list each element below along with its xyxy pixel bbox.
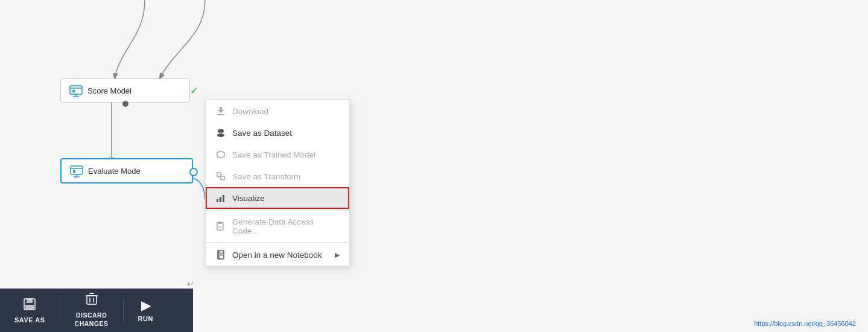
svg-rect-2 bbox=[70, 86, 82, 94]
generate-code-icon bbox=[215, 221, 226, 232]
run-icon: ▶ bbox=[141, 298, 151, 313]
context-menu-save-trained-model[interactable]: Save as Trained Model bbox=[206, 144, 349, 165]
context-menu-save-transform[interactable]: Save as Transform bbox=[206, 165, 349, 187]
download-icon bbox=[215, 106, 226, 117]
download-label: Download bbox=[232, 107, 268, 116]
svg-rect-22 bbox=[220, 197, 221, 202]
open-notebook-label: Open in a new Notebook bbox=[232, 251, 322, 260]
url-text: https://blog.csdn.net/qq_36456042 bbox=[754, 320, 856, 327]
svg-rect-18 bbox=[221, 176, 224, 180]
svg-rect-6 bbox=[72, 90, 75, 92]
svg-rect-34 bbox=[27, 299, 33, 303]
svg-rect-11 bbox=[73, 170, 75, 173]
canvas-area: Score Model ✓ Evaluate Mode bbox=[0, 0, 868, 332]
score-model-node[interactable]: Score Model ✓ bbox=[60, 78, 190, 103]
svg-point-15 bbox=[217, 133, 224, 137]
visualize-label: Visualize bbox=[232, 194, 265, 203]
context-menu-save-dataset[interactable]: Save as Dataset bbox=[206, 122, 349, 144]
url-bar: https://blog.csdn.net/qq_36456042 bbox=[754, 320, 856, 327]
svg-rect-35 bbox=[25, 305, 34, 309]
score-model-label: Score Model bbox=[87, 86, 131, 95]
context-menu-open-notebook[interactable]: Open in a new Notebook ▶ bbox=[206, 244, 349, 266]
evaluate-output-port bbox=[189, 168, 198, 176]
evaluate-model-node[interactable]: Evaluate Mode bbox=[60, 158, 193, 184]
svg-point-14 bbox=[220, 129, 224, 133]
separator-2 bbox=[206, 242, 349, 243]
evaluate-model-icon bbox=[70, 164, 83, 177]
context-menu: Download Save as Dataset Save as Trained… bbox=[205, 100, 350, 266]
save-trained-model-icon bbox=[215, 149, 226, 160]
save-as-button[interactable]: SAVE AS bbox=[0, 289, 60, 332]
run-label: RUN bbox=[138, 315, 153, 322]
save-as-label: SAVE AS bbox=[14, 316, 45, 324]
svg-rect-25 bbox=[218, 222, 222, 224]
save-dataset-label: Save as Dataset bbox=[232, 129, 292, 138]
score-model-checkmark: ✓ bbox=[190, 85, 198, 97]
discard-label: DISCARD CHANGES bbox=[75, 311, 109, 328]
svg-rect-21 bbox=[217, 199, 218, 202]
svg-rect-17 bbox=[217, 173, 221, 176]
svg-marker-16 bbox=[217, 151, 224, 158]
context-menu-visualize[interactable]: Visualize bbox=[206, 187, 349, 209]
open-notebook-arrow: ▶ bbox=[335, 251, 340, 259]
save-trained-model-label: Save as Trained Model bbox=[232, 150, 315, 159]
svg-rect-12 bbox=[217, 114, 224, 115]
bottom-toolbar: SAVE AS DISCARD CHANGES ▶ RUN bbox=[0, 289, 193, 332]
discard-changes-icon bbox=[85, 292, 98, 309]
generate-code-label: Generate Data Access Code... bbox=[232, 217, 340, 235]
separator-1 bbox=[206, 210, 349, 211]
score-model-output-dot bbox=[122, 101, 128, 107]
context-menu-download[interactable]: Download bbox=[206, 100, 349, 122]
svg-rect-23 bbox=[223, 195, 224, 202]
run-button[interactable]: ▶ RUN bbox=[124, 289, 168, 332]
discard-changes-button[interactable]: DISCARD CHANGES bbox=[60, 289, 123, 332]
return-arrow: ↵ bbox=[187, 279, 194, 289]
save-transform-label: Save as Transform bbox=[232, 172, 300, 181]
open-notebook-icon bbox=[215, 249, 226, 260]
save-dataset-icon bbox=[215, 127, 226, 138]
context-menu-generate-code[interactable]: Generate Data Access Code... bbox=[206, 212, 349, 241]
score-model-icon bbox=[69, 84, 83, 97]
save-transform-icon bbox=[215, 171, 226, 182]
svg-rect-36 bbox=[87, 296, 97, 304]
visualize-icon bbox=[215, 193, 226, 203]
save-as-icon bbox=[23, 298, 36, 314]
svg-rect-7 bbox=[71, 166, 83, 174]
evaluate-model-label: Evaluate Mode bbox=[88, 167, 141, 176]
